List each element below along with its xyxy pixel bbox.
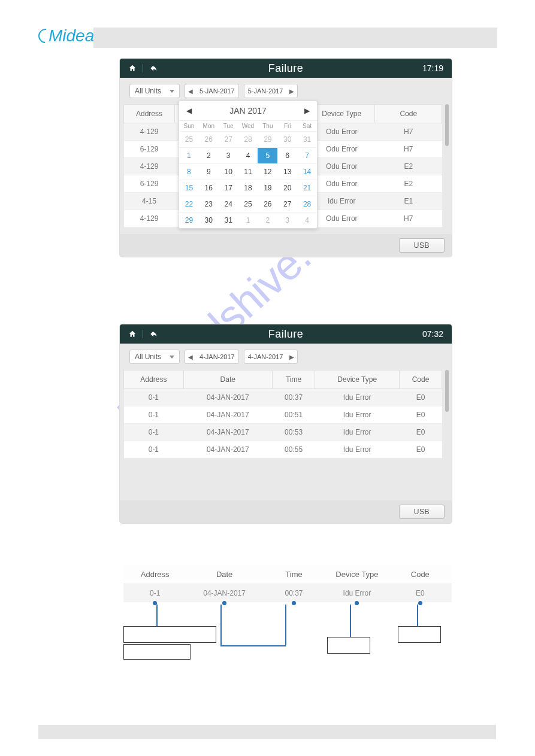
cal-day[interactable]: 14 xyxy=(297,163,317,180)
cal-day[interactable]: 30 xyxy=(277,131,297,147)
cal-day[interactable]: 13 xyxy=(277,163,297,180)
calendar-popup: ◀ JAN 2017 ▶ SunMonTueWedThuFriSat252627… xyxy=(179,101,318,229)
scroll-thumb[interactable] xyxy=(445,104,449,146)
cal-day[interactable]: 29 xyxy=(258,131,277,147)
cal-day[interactable]: 28 xyxy=(238,131,258,147)
cal-day[interactable]: 11 xyxy=(238,163,258,180)
cell-date: 04-JAN-2017 xyxy=(183,424,272,441)
cal-day[interactable]: 27 xyxy=(277,196,297,212)
cal-day[interactable]: 4 xyxy=(297,212,317,228)
cal-day[interactable]: 12 xyxy=(258,163,277,180)
brand-logo: Midea xyxy=(38,26,94,45)
cal-day[interactable]: 3 xyxy=(277,212,297,228)
footer-row: USB xyxy=(120,234,452,257)
cal-day[interactable]: 23 xyxy=(199,196,219,212)
scrollbar[interactable] xyxy=(445,370,449,478)
expl-col-date: Date xyxy=(186,570,262,579)
date-from-control[interactable]: ◀ 4-JAN-2017 xyxy=(185,350,239,364)
cal-day[interactable]: 26 xyxy=(258,196,277,212)
cell-address: 6-129 xyxy=(124,141,175,158)
cal-day[interactable]: 29 xyxy=(179,212,199,228)
dropdown-label: All Units xyxy=(135,87,161,95)
date-to-control[interactable]: 5-JAN-2017 ▶ xyxy=(244,84,298,98)
cal-day[interactable]: 2 xyxy=(258,212,277,228)
chevron-left-icon[interactable]: ◀ xyxy=(185,354,196,360)
cal-day[interactable]: 25 xyxy=(238,196,258,212)
cal-day[interactable]: 1 xyxy=(179,147,199,163)
col-time: Time xyxy=(272,371,315,389)
expl-date: 04-JAN-2017 xyxy=(186,589,262,597)
expl-address: 0-1 xyxy=(123,589,186,597)
cal-day[interactable]: 19 xyxy=(258,180,277,196)
cell-code: H7 xyxy=(375,210,442,227)
cal-day[interactable]: 6 xyxy=(277,147,297,163)
cal-next-icon[interactable]: ▶ xyxy=(304,107,310,115)
cell-code: E0 xyxy=(400,424,442,441)
back-icon[interactable] xyxy=(149,330,158,338)
cal-day[interactable]: 3 xyxy=(219,147,238,163)
cal-day[interactable]: 15 xyxy=(179,180,199,196)
expl-col-code: Code xyxy=(389,570,452,579)
table-row[interactable]: 0-104-JAN-201700:53Idu ErrorE0 xyxy=(124,424,442,441)
table-row[interactable]: 0-104-JAN-201700:37Idu ErrorE0 xyxy=(124,389,442,406)
cell-address: 4-129 xyxy=(124,158,175,175)
cal-day[interactable]: 24 xyxy=(219,196,238,212)
cal-day[interactable]: 18 xyxy=(238,180,258,196)
cal-day[interactable]: 17 xyxy=(219,180,238,196)
date-from-label: 5-JAN-2017 xyxy=(196,87,238,95)
page-title: Failure xyxy=(268,328,304,341)
home-icon[interactable] xyxy=(128,330,137,338)
explainer-box-code xyxy=(398,626,441,643)
scrollbar[interactable] xyxy=(445,104,449,212)
cal-day[interactable]: 7 xyxy=(297,147,317,163)
clock: 17:19 xyxy=(422,63,443,73)
date-to-control[interactable]: 4-JAN-2017 ▶ xyxy=(244,350,298,364)
cell-code: H7 xyxy=(375,123,442,141)
failure-panel-1: Failure 17:19 All Units ◀ 5-JAN-2017 5-J… xyxy=(120,59,452,257)
footer-row: USB xyxy=(120,500,452,523)
cal-day[interactable]: 16 xyxy=(199,180,219,196)
scroll-thumb[interactable] xyxy=(445,370,449,412)
calendar-grid: SunMonTueWedThuFriSat2526272829303112345… xyxy=(179,120,317,228)
cal-day[interactable]: 5 xyxy=(258,147,277,163)
cell-date: 04-JAN-2017 xyxy=(183,406,272,424)
chevron-right-icon[interactable]: ▶ xyxy=(286,354,297,360)
explainer-box-device xyxy=(327,637,370,654)
cal-day[interactable]: 25 xyxy=(179,131,199,147)
chevron-right-icon[interactable]: ▶ xyxy=(286,88,297,95)
cal-dow: Mon xyxy=(199,120,219,131)
cell-device: Idu Error xyxy=(315,406,400,424)
date-from-control[interactable]: ◀ 5-JAN-2017 xyxy=(185,84,239,98)
cal-prev-icon[interactable]: ◀ xyxy=(186,107,192,115)
cell-code: E0 xyxy=(400,406,442,424)
table-row[interactable]: 0-104-JAN-201700:55Idu ErrorE0 xyxy=(124,441,442,459)
units-dropdown[interactable]: All Units xyxy=(129,84,180,98)
cal-dow: Tue xyxy=(219,120,238,131)
cal-day[interactable]: 30 xyxy=(199,212,219,228)
failure-panel-2: Failure 07:32 All Units ◀ 4-JAN-2017 4-J… xyxy=(120,324,452,523)
cal-day[interactable]: 31 xyxy=(219,212,238,228)
chevron-left-icon[interactable]: ◀ xyxy=(185,88,196,95)
cell-address: 0-1 xyxy=(124,441,184,459)
cal-day[interactable]: 2 xyxy=(199,147,219,163)
cal-day[interactable]: 21 xyxy=(297,180,317,196)
cal-day[interactable]: 20 xyxy=(277,180,297,196)
cal-day[interactable]: 4 xyxy=(238,147,258,163)
cal-day[interactable]: 28 xyxy=(297,196,317,212)
col-code: Code xyxy=(375,105,442,123)
cal-day[interactable]: 27 xyxy=(219,131,238,147)
cal-day[interactable]: 1 xyxy=(238,212,258,228)
cal-day[interactable]: 31 xyxy=(297,131,317,147)
cal-day[interactable]: 22 xyxy=(179,196,199,212)
cal-dow: Thu xyxy=(258,120,277,131)
cal-day[interactable]: 9 xyxy=(199,163,219,180)
cal-day[interactable]: 8 xyxy=(179,163,199,180)
units-dropdown[interactable]: All Units xyxy=(129,350,180,364)
back-icon[interactable] xyxy=(149,64,158,72)
table-row[interactable]: 0-104-JAN-201700:51Idu ErrorE0 xyxy=(124,406,442,424)
cal-day[interactable]: 26 xyxy=(199,131,219,147)
cal-day[interactable]: 10 xyxy=(219,163,238,180)
usb-button[interactable]: USB xyxy=(399,238,445,253)
usb-button[interactable]: USB xyxy=(399,505,445,519)
home-icon[interactable] xyxy=(128,64,137,72)
